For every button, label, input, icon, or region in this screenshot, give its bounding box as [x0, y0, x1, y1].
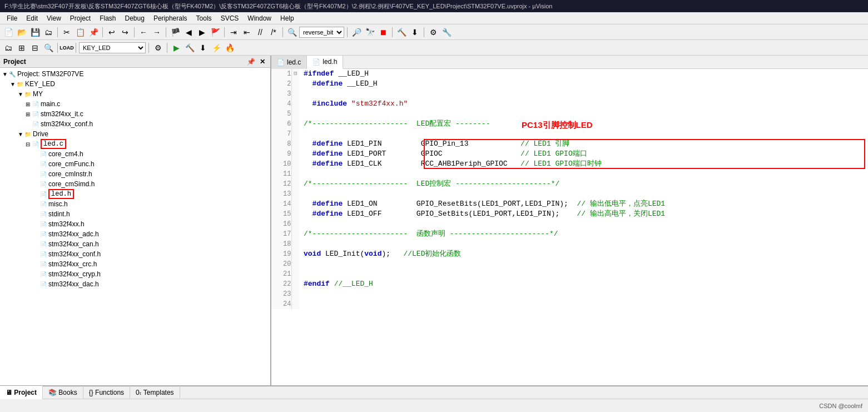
- erase-btn[interactable]: 🔥: [224, 42, 236, 54]
- code-cell-2[interactable]: #define __LED_H: [299, 79, 868, 89]
- save-btn[interactable]: 💾: [29, 26, 41, 38]
- redo-btn[interactable]: ↪: [119, 26, 131, 38]
- tree-expander-root[interactable]: ▼: [2, 71, 9, 77]
- editor-tab-led-c[interactable]: 📄led.c: [271, 56, 307, 69]
- menubar-item-peripherals[interactable]: Peripherals: [149, 13, 192, 23]
- function-combo[interactable]: reverse_bit: [299, 27, 344, 38]
- bookmark-clear-btn[interactable]: 🚩: [209, 26, 221, 38]
- tree-item-core_cmFunc[interactable]: 📄core_cmFunc.h: [0, 159, 270, 169]
- editor-tab-led-h[interactable]: 📄led.h: [307, 56, 343, 69]
- code-cell-18[interactable]: [299, 239, 868, 249]
- zoom-btn[interactable]: 🔍: [42, 42, 54, 54]
- tree-expander-drive[interactable]: ▼: [18, 131, 24, 137]
- tree-expander-led_c[interactable]: ⊟: [26, 141, 32, 147]
- save-all-btn[interactable]: 🗂: [42, 26, 54, 38]
- load-btn[interactable]: LOAD: [61, 42, 73, 54]
- tree-item-misc_h[interactable]: 📄misc.h: [0, 199, 270, 209]
- line-fold-1[interactable]: ⊟: [291, 69, 299, 79]
- tree-item-drive[interactable]: ▼📁Drive: [0, 129, 270, 139]
- code-cell-7[interactable]: [299, 129, 868, 139]
- nav-back-btn[interactable]: ←: [137, 26, 150, 38]
- bookmark-next-btn[interactable]: ▶: [196, 26, 208, 38]
- cut-btn[interactable]: ✂: [61, 26, 73, 38]
- tree-item-stm32f4xx_dac[interactable]: 📄stm32f4xx_dac.h: [0, 279, 270, 289]
- new-file-btn[interactable]: 📄: [2, 26, 14, 38]
- menubar-item-window[interactable]: Window: [243, 13, 276, 23]
- find2-btn[interactable]: 🔭: [364, 26, 376, 38]
- code-cell-15[interactable]: #define LED1_OFF GPIO_SetBits(LED1_PORT,…: [299, 209, 868, 219]
- indent-btn[interactable]: ⇥: [227, 26, 240, 38]
- code-cell-4[interactable]: #include "stm32f4xx.h": [299, 99, 868, 109]
- tree-item-stm32f4xx_crc[interactable]: 📄stm32f4xx_crc.h: [0, 259, 270, 269]
- bottom-tab-functions[interactable]: {} Functions: [83, 386, 130, 399]
- menubar-item-debug[interactable]: Debug: [121, 13, 149, 23]
- tree-item-stm32_it[interactable]: ⊞📄stm32f4xx_it.c: [0, 109, 270, 119]
- code-cell-14[interactable]: #define LED1_ON GPIO_ResetBits(LED1_PORT…: [299, 199, 868, 209]
- download2-btn[interactable]: ⬇: [197, 42, 209, 54]
- code-cell-22[interactable]: #endif //__LED_H: [299, 279, 868, 289]
- menubar-item-edit[interactable]: Edit: [22, 13, 42, 23]
- code-cell-16[interactable]: [299, 219, 868, 229]
- menubar-item-file[interactable]: File: [2, 13, 22, 23]
- nav-fwd-btn[interactable]: →: [151, 26, 163, 38]
- code-cell-24[interactable]: [299, 299, 868, 309]
- uncomment-btn[interactable]: /*: [267, 26, 280, 38]
- editor-content[interactable]: 1⊟#ifndef __LED_H2 #define __LED_H34 #in…: [271, 69, 868, 385]
- outdent-btn[interactable]: ⇤: [241, 26, 253, 38]
- menubar-item-tools[interactable]: Tools: [192, 13, 216, 23]
- tree-expander-key_led[interactable]: ▼: [10, 81, 17, 87]
- find-btn[interactable]: 🔎: [350, 26, 363, 38]
- grid-btn[interactable]: ⊞: [16, 42, 28, 54]
- code-cell-11[interactable]: [299, 169, 868, 179]
- dbg-ico-btn[interactable]: 🔍: [286, 26, 298, 38]
- code-cell-8[interactable]: #define LED1_PIN GPIO_Pin_13 // LED1 引脚: [299, 139, 868, 149]
- tree-item-core_cm4[interactable]: 📄core_cm4.h: [0, 149, 270, 159]
- tree-item-stm32f4xx_can[interactable]: 📄stm32f4xx_can.h: [0, 239, 270, 249]
- tree-item-stm32f4xx_cryp[interactable]: 📄stm32f4xx_cryp.h: [0, 269, 270, 279]
- bookmark-btn[interactable]: 🏴: [169, 26, 181, 38]
- tree-item-my[interactable]: ▼📁MY: [0, 89, 270, 99]
- code-cell-17[interactable]: /*---------------------- 函数声明 ----------…: [299, 229, 868, 239]
- code-cell-13[interactable]: [299, 189, 868, 199]
- tree-item-stm32_conf[interactable]: 📄stm32f4xx_conf.h: [0, 119, 270, 129]
- tree-item-led_h[interactable]: 📄led.h: [0, 189, 270, 199]
- code-cell-5[interactable]: [299, 109, 868, 119]
- copy-btn[interactable]: 📋: [74, 26, 86, 38]
- menubar-item-view[interactable]: View: [42, 13, 66, 23]
- bottom-tab-templates[interactable]: 0ₜ Templates: [130, 386, 180, 399]
- menubar-item-svcs[interactable]: SVCS: [216, 13, 244, 23]
- code-cell-21[interactable]: [299, 269, 868, 279]
- tree-item-root[interactable]: ▼🔧Project: STM32F07VE: [0, 69, 270, 79]
- tree-item-stm32f4xx_conf2[interactable]: 📄stm32f4xx_conf.h: [0, 249, 270, 259]
- tree-item-stm32f4xx_adc[interactable]: 📄stm32f4xx_adc.h: [0, 229, 270, 239]
- code-cell-20[interactable]: [299, 259, 868, 269]
- project-panel-close-btn[interactable]: ✕: [258, 58, 267, 66]
- code-cell-1[interactable]: #ifndef __LED_H: [299, 69, 868, 79]
- code-cell-12[interactable]: /*---------------------- LED控制宏 --------…: [299, 179, 868, 189]
- debug-target-btn[interactable]: ⚙: [152, 42, 164, 54]
- code-cell-23[interactable]: [299, 289, 868, 299]
- bookmark-prev-btn[interactable]: ◀: [182, 26, 195, 38]
- code-cell-3[interactable]: [299, 89, 868, 99]
- open-btn[interactable]: 📂: [16, 26, 28, 38]
- project-panel-pin-btn[interactable]: 📌: [245, 58, 257, 66]
- paste-btn[interactable]: 📌: [87, 26, 100, 38]
- download-btn[interactable]: ⬇: [409, 26, 421, 38]
- build-btn[interactable]: 🔨: [395, 26, 408, 38]
- grid2-btn[interactable]: ⊟: [29, 42, 41, 54]
- code-cell-19[interactable]: void LED_Init(void); //LED初始化函数: [299, 249, 868, 259]
- comment-btn[interactable]: //: [254, 26, 266, 38]
- tree-item-key_led[interactable]: ▼📁KEY_LED: [0, 79, 270, 89]
- proj-target-btn[interactable]: 🗂: [2, 42, 14, 54]
- undo-btn[interactable]: ↩: [106, 26, 118, 38]
- bottom-tab-books[interactable]: 📚 Books: [43, 386, 83, 399]
- tree-expander-my[interactable]: ▼: [18, 91, 24, 97]
- tree-item-core_cmInstr[interactable]: 📄core_cmInstr.h: [0, 169, 270, 179]
- build-all-btn[interactable]: 🔨: [183, 42, 196, 54]
- tree-item-core_cmSimd[interactable]: 📄core_cmSimd.h: [0, 179, 270, 189]
- target-combo[interactable]: KEY_LED: [79, 42, 146, 53]
- tree-item-stm32f4xx_h[interactable]: 📄stm32f4xx.h: [0, 219, 270, 229]
- code-cell-6[interactable]: /*---------------------- LED配置宏 --------: [299, 119, 868, 129]
- menubar-item-help[interactable]: Help: [276, 13, 299, 23]
- stop-btn[interactable]: ⏹: [377, 26, 389, 38]
